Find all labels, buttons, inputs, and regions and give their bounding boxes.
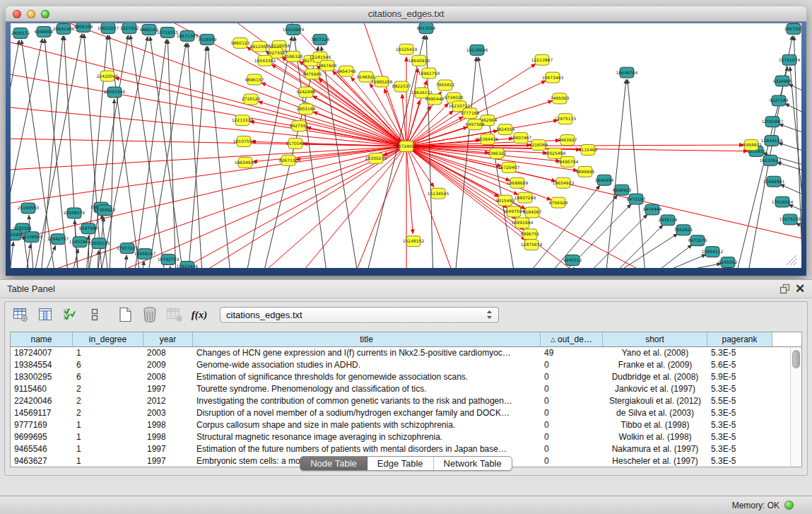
network-node[interactable] [412, 55, 426, 66]
table-select-dropdown[interactable]: citations_edges.txt [220, 307, 499, 323]
network-node[interactable] [67, 208, 81, 218]
close-panel-icon[interactable]: ✕ [792, 282, 808, 296]
network-node[interactable] [676, 225, 690, 235]
network-node[interactable] [782, 54, 796, 65]
network-node[interactable] [98, 205, 112, 216]
network-node[interactable] [238, 157, 252, 168]
network-hub-node[interactable] [399, 141, 413, 152]
network-node[interactable] [515, 218, 529, 228]
network-node[interactable] [787, 23, 801, 34]
citation-edge[interactable] [11, 146, 406, 178]
citation-edge[interactable] [261, 83, 406, 146]
network-node[interactable] [551, 197, 565, 208]
network-node[interactable] [252, 41, 266, 52]
citation-edge[interactable] [129, 40, 166, 268]
network-node[interactable] [524, 240, 539, 250]
network-node[interactable] [507, 206, 521, 217]
network-node[interactable] [120, 243, 134, 254]
network-node[interactable] [548, 148, 562, 158]
citation-edge[interactable] [109, 99, 114, 268]
create-table-icon[interactable] [117, 306, 134, 323]
network-node[interactable] [481, 134, 495, 145]
window-titlebar[interactable]: citations_edges.txt [6, 6, 806, 22]
table-row[interactable]: 1872400712008Changes of HCN gene express… [11, 347, 790, 359]
network-node[interactable] [629, 194, 643, 204]
network-node[interactable] [359, 71, 373, 82]
citation-edge[interactable] [574, 267, 578, 268]
network-node[interactable] [57, 23, 71, 34]
network-node[interactable] [721, 257, 735, 268]
network-node[interactable] [763, 155, 777, 165]
citation-edge[interactable] [45, 246, 55, 268]
citation-edge[interactable] [785, 104, 801, 126]
network-node[interactable] [767, 176, 781, 187]
network-node[interactable] [468, 119, 482, 130]
network-node[interactable] [463, 108, 477, 119]
network-node[interactable] [514, 133, 528, 144]
network-node[interactable] [597, 175, 611, 185]
network-node[interactable] [783, 214, 797, 225]
network-node[interactable] [556, 177, 570, 188]
network-node[interactable] [531, 140, 546, 151]
network-node[interactable] [11, 230, 21, 240]
network-node[interactable] [233, 37, 247, 48]
network-node[interactable] [428, 94, 442, 105]
network-node[interactable] [775, 76, 789, 86]
citation-edge[interactable] [406, 146, 551, 200]
table-row[interactable]: 977716911998Corpus callosum shape and si… [11, 419, 790, 431]
network-node[interactable] [535, 54, 549, 65]
network-node[interactable] [313, 34, 327, 45]
citation-edge[interactable] [150, 37, 184, 268]
network-node[interactable] [286, 51, 300, 62]
network-node[interactable] [13, 28, 28, 38]
network-node[interactable] [299, 104, 313, 115]
network-node[interactable] [180, 262, 194, 268]
network-node[interactable] [565, 255, 579, 266]
citation-edge[interactable] [406, 111, 453, 146]
citation-edge[interactable] [777, 163, 801, 179]
network-node[interactable] [490, 148, 504, 158]
delete-attribute-icon[interactable] [141, 306, 158, 323]
citation-edge[interactable] [130, 35, 166, 268]
network-node[interactable] [615, 185, 629, 195]
network-node[interactable] [705, 247, 719, 257]
network-node[interactable] [235, 115, 249, 126]
tab-edge-table[interactable]: Edge Table [367, 457, 434, 470]
citation-edge[interactable] [658, 264, 722, 268]
network-node[interactable] [292, 121, 306, 132]
citation-edge[interactable] [188, 43, 204, 268]
citation-edge[interactable] [117, 146, 406, 268]
column-header-pagerank[interactable]: pagerank [707, 332, 772, 346]
network-node[interactable] [560, 135, 575, 146]
network-node[interactable] [160, 27, 175, 37]
network-node[interactable] [546, 72, 560, 83]
network-node[interactable] [73, 237, 87, 247]
network-node[interactable] [661, 215, 675, 226]
network-node[interactable] [247, 74, 261, 85]
float-panel-icon[interactable] [777, 282, 792, 296]
column-header-short[interactable]: short [603, 332, 707, 346]
table-row[interactable]: 1938455462009Genome-wide association stu… [11, 359, 790, 371]
network-node[interactable] [406, 236, 420, 247]
tab-node-table[interactable]: Node Table [300, 457, 367, 470]
column-header-title[interactable]: title [193, 332, 541, 346]
network-node[interactable] [107, 87, 122, 98]
select-all-icon[interactable] [61, 306, 78, 323]
network-node[interactable] [92, 238, 106, 249]
citation-edge[interactable] [11, 242, 13, 268]
column-header-in_degree[interactable]: in_degree [73, 332, 143, 346]
table-scrollbar[interactable] [790, 347, 801, 467]
row-height-icon[interactable] [86, 306, 103, 323]
network-node[interactable] [142, 24, 156, 35]
network-node[interactable] [502, 162, 516, 173]
network-node[interactable] [394, 81, 408, 92]
network-node[interactable] [101, 23, 115, 33]
network-node[interactable] [138, 249, 152, 259]
network-node[interactable] [320, 60, 334, 71]
network-node[interactable] [415, 88, 429, 98]
citation-edge[interactable] [64, 36, 81, 268]
table-row[interactable]: 1456911722003Disruption of a novel membe… [11, 407, 790, 419]
network-node[interactable] [525, 207, 539, 218]
network-node[interactable] [775, 197, 789, 207]
network-node[interactable] [431, 188, 445, 199]
